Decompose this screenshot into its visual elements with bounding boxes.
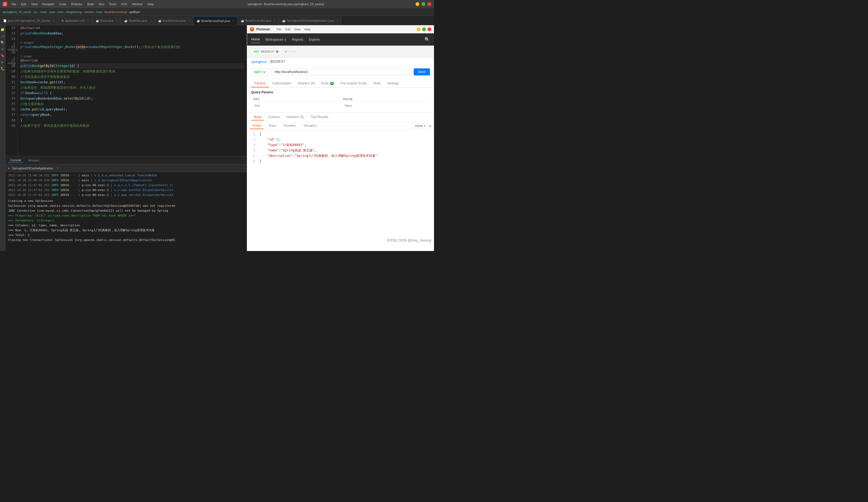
menu-window[interactable]: Window bbox=[130, 2, 145, 6]
tab-bookservice-close[interactable]: × bbox=[188, 19, 190, 22]
tab-bookdao[interactable]: ☕ BookDao.java × bbox=[121, 16, 155, 25]
menu-run[interactable]: Run bbox=[96, 2, 106, 6]
pm-view-visualize[interactable]: Visualize bbox=[301, 123, 319, 129]
pm-key-input[interactable] bbox=[254, 103, 339, 108]
pm-workspace-link[interactable]: springboot bbox=[251, 60, 266, 64]
postman-minimize[interactable] bbox=[417, 28, 421, 31]
pm-key-header: KEY bbox=[251, 96, 341, 102]
pm-tab-body[interactable]: Body ● bbox=[318, 80, 337, 88]
run-app-close[interactable]: × bbox=[57, 166, 59, 170]
pm-view-raw[interactable]: Raw bbox=[266, 123, 278, 129]
tab-pom-close[interactable]: × bbox=[53, 19, 54, 22]
postman-menu-view[interactable]: View bbox=[292, 27, 302, 31]
log-parameters: ==> Parameters: 1(Integer) bbox=[8, 218, 244, 223]
code-line-28: public Book getById ( Integer id ) { bbox=[20, 63, 244, 69]
menu-tools[interactable]: Tools bbox=[107, 2, 118, 6]
pm-method-dropdown[interactable]: GET ∨ bbox=[251, 68, 269, 76]
pm-body-toolbar: Pretty Raw Preview Visualize JSON ∨ ≡ bbox=[247, 122, 434, 130]
postman-maximize[interactable] bbox=[422, 28, 426, 31]
maximize-button[interactable] bbox=[422, 2, 425, 6]
pm-response-tab-cookies[interactable]: Cookies bbox=[265, 114, 282, 121]
menu-vcs[interactable]: VCS bbox=[119, 2, 130, 6]
menu-help[interactable]: Help bbox=[145, 2, 156, 6]
pm-search-icon[interactable]: 🔍 bbox=[424, 37, 430, 42]
tab-book-close[interactable]: × bbox=[116, 19, 117, 22]
breadcrumb-dingjiaxiong[interactable]: dingjiaxiong bbox=[66, 10, 82, 13]
pm-tab-prerequest[interactable]: Pre-request Script bbox=[337, 80, 370, 88]
sidebar-search-icon[interactable]: 🔍 bbox=[1, 40, 5, 45]
pm-value-input[interactable] bbox=[343, 103, 428, 108]
pm-beautify-button[interactable]: ≡ bbox=[429, 124, 431, 128]
postman-menu-edit[interactable]: Edit bbox=[283, 27, 292, 31]
menu-build[interactable]: Build bbox=[85, 2, 96, 6]
breadcrumb-method[interactable]: getById bbox=[130, 10, 140, 13]
code-line-24 bbox=[20, 36, 244, 41]
tab-bookserviceimpl-close[interactable]: × bbox=[232, 19, 234, 22]
menu-refactor[interactable]: Refactor bbox=[69, 2, 85, 6]
tab-bookdao-close[interactable]: × bbox=[150, 19, 151, 22]
sidebar-run-icon[interactable]: ▶ bbox=[1, 60, 5, 64]
breadcrumb-com[interactable]: com bbox=[58, 10, 63, 13]
postman-close[interactable] bbox=[427, 28, 431, 31]
sidebar-structure-icon[interactable]: ≡ bbox=[1, 47, 5, 51]
pm-url-input[interactable] bbox=[271, 68, 411, 76]
tab-pom[interactable]: 📄 pom.xml (springboot_19_cache) × bbox=[0, 16, 58, 25]
menu-file[interactable]: File bbox=[9, 2, 19, 6]
pm-view-pretty[interactable]: Pretty bbox=[250, 123, 264, 129]
breadcrumb-project[interactable]: springboot_19_cache bbox=[3, 10, 31, 13]
postman-menu-file[interactable]: File bbox=[275, 27, 283, 31]
usages-label-1: 3 usages bbox=[20, 41, 244, 44]
code-editor[interactable]: @Autowired private BookDao bookDao ; 3 u… bbox=[18, 25, 247, 156]
pm-nav-reports[interactable]: Reports bbox=[292, 37, 303, 43]
close-button[interactable] bbox=[427, 2, 431, 6]
pm-response-tab-testresults[interactable]: Test Results bbox=[308, 114, 331, 121]
pm-tab-settings[interactable]: Settings bbox=[384, 80, 402, 88]
sidebar-project-icon[interactable]: 📁 bbox=[1, 28, 5, 32]
pm-nav-workspaces[interactable]: Workspaces ∨ bbox=[265, 37, 287, 43]
breadcrumb-file[interactable]: BookServiceImpl bbox=[104, 10, 127, 13]
pm-tab-authorization[interactable]: Authorization bbox=[269, 80, 294, 88]
breadcrumb-java[interactable]: java bbox=[50, 10, 55, 13]
sidebar-git-icon[interactable]: ⎇ bbox=[1, 34, 5, 38]
tab-book[interactable]: ☕ Book.java × bbox=[93, 16, 121, 25]
pm-tab-headers[interactable]: Headers (9) bbox=[294, 80, 318, 88]
minimize-button[interactable] bbox=[415, 2, 419, 6]
tab-springbootapp-close[interactable]: × bbox=[336, 19, 338, 22]
tab-bookcontroller-close[interactable]: × bbox=[274, 19, 275, 22]
pm-nav-home[interactable]: Home bbox=[251, 36, 260, 43]
main-layout: 📁 ⎇ 🔍 ≡ 🔖 ▶ 🐛 22 23 24 3 usages 25 26 1 … bbox=[0, 25, 434, 251]
menu-navigate[interactable]: Navigate bbox=[40, 2, 56, 6]
pm-tab-params[interactable]: Params bbox=[251, 80, 269, 88]
console-tab-console[interactable]: Console bbox=[8, 158, 23, 163]
breadcrumb-src[interactable]: src bbox=[34, 10, 38, 13]
pm-format-select[interactable]: JSON ∨ bbox=[413, 123, 427, 129]
pm-nav-explore[interactable]: Explore bbox=[309, 37, 320, 43]
breadcrumb-impl[interactable]: impl bbox=[96, 10, 102, 13]
sidebar-debug-icon[interactable]: 🐛 bbox=[1, 66, 5, 71]
pm-view-preview[interactable]: Preview bbox=[281, 123, 298, 129]
tab-springbootapp[interactable]: ☕ Springboot19CacheApplication.java × bbox=[279, 16, 341, 25]
tab-application-close[interactable]: × bbox=[87, 19, 89, 22]
tab-bookservice[interactable]: ☕ BookService.java × bbox=[155, 16, 193, 25]
log-preparing: ==> Preparing: SELECT id,type,name,descr… bbox=[8, 213, 244, 218]
book-java-icon: ☕ bbox=[96, 19, 99, 22]
tab-bookcontroller[interactable]: ☕ BookController.java × bbox=[238, 16, 279, 25]
postman-menu-help[interactable]: Help bbox=[303, 27, 312, 31]
console-section: Console Actuator ▶ Springboot19CacheAppl… bbox=[6, 156, 247, 251]
pm-tab-tests[interactable]: Tests bbox=[370, 80, 384, 88]
pm-add-tab-button[interactable]: + bbox=[285, 49, 287, 54]
menu-view[interactable]: View bbox=[29, 2, 40, 6]
tab-bookserviceimpl[interactable]: ☕ BookServiceImpl.java × bbox=[193, 16, 238, 25]
pm-request-tab[interactable]: GET 测试REST bbox=[250, 49, 282, 55]
tab-application[interactable]: ⚙ application.yml × bbox=[58, 16, 93, 25]
breadcrumb-service[interactable]: service bbox=[84, 10, 94, 13]
pm-tab-more-button[interactable]: ··· bbox=[289, 49, 297, 54]
breadcrumb-main[interactable]: main bbox=[40, 10, 47, 13]
sidebar-bookmark-icon[interactable]: 🔖 bbox=[1, 53, 5, 58]
pm-response-tab-body[interactable]: Body bbox=[251, 114, 264, 121]
menu-edit[interactable]: Edit bbox=[19, 2, 29, 6]
menu-code[interactable]: Code bbox=[57, 2, 68, 6]
pm-send-button[interactable]: Send bbox=[414, 68, 430, 75]
console-tab-actuator[interactable]: Actuator bbox=[26, 158, 41, 163]
pm-response-tab-headers[interactable]: Headers (5) bbox=[284, 114, 307, 121]
